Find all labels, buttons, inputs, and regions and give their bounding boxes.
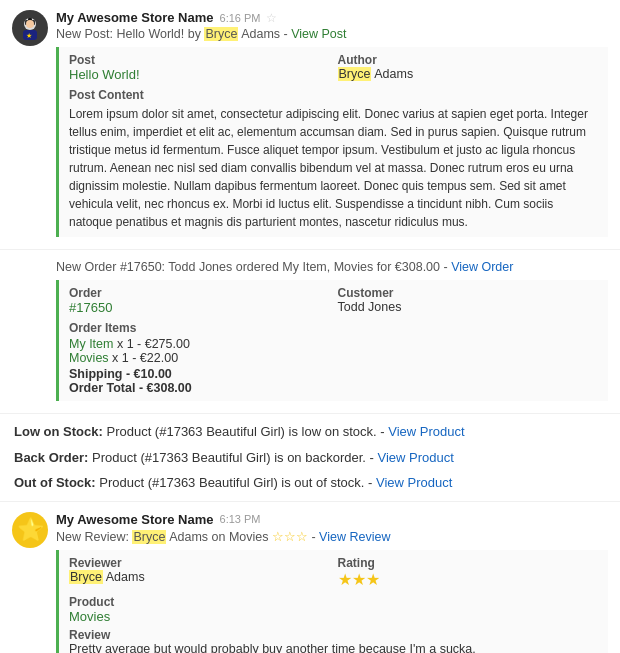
review-message-content: My Awesome Store Name 6:13 PM New Review… — [56, 512, 608, 654]
review-body: Pretty average but would probably buy an… — [69, 642, 598, 654]
author-label: Author — [338, 53, 599, 67]
order-items-section: Order Items My Item x 1 - €275.00 Movies… — [69, 321, 598, 395]
rating-col: Rating ★★★ — [338, 556, 599, 589]
post-message-header: My Awesome Store Name 6:16 PM ☆ — [56, 10, 608, 25]
view-order-link[interactable]: View Order — [451, 260, 513, 274]
post-summary-prefix: New Post: Hello World! by — [56, 27, 204, 41]
back-order-text: Product (#17363 Beautiful Girl) is on ba… — [88, 450, 377, 465]
post-title-link[interactable]: Hello World! — [69, 67, 140, 82]
order-number-link[interactable]: #17650 — [69, 300, 112, 315]
rating-label: Rating — [338, 556, 599, 570]
svg-text:★: ★ — [26, 32, 32, 39]
post-label: Post — [69, 53, 330, 67]
post-summary: New Post: Hello World! by Bryce Adams - … — [56, 27, 608, 41]
order-summary-text: New Order #17650: Todd Jones ordered My … — [56, 260, 451, 274]
reviewer-col: Reviewer Bryce Adams — [69, 556, 330, 589]
review-store-name: My Awesome Store Name — [56, 512, 214, 527]
star-icon: ☆ — [266, 11, 277, 25]
review-card-grid: Reviewer Bryce Adams Rating ★★★ — [69, 556, 598, 589]
post-col-left: Post Hello World! — [69, 53, 330, 82]
item2-link[interactable]: Movies — [69, 351, 109, 365]
view-review-link[interactable]: View Review — [319, 530, 390, 544]
reviewer-value: Bryce Adams — [69, 570, 330, 584]
svg-point-3 — [26, 20, 34, 28]
post-body: Lorem ipsum dolor sit amet, consectetur … — [69, 105, 598, 231]
review-stars-summary: ☆☆☆ — [272, 530, 308, 544]
review-text-label: Review — [69, 628, 598, 642]
order-card: Order #17650 Customer Todd Jones Order I… — [56, 280, 608, 401]
author-value: Bryce Adams — [338, 67, 599, 81]
view-product-link-2[interactable]: View Product — [377, 450, 453, 465]
order-item-1: My Item x 1 - €275.00 — [69, 337, 598, 351]
view-product-link-3[interactable]: View Product — [376, 475, 452, 490]
alert-out-of-stock: Out of Stock: Product (#17363 Beautiful … — [14, 473, 606, 493]
out-of-stock-label: Out of Stock: — [14, 475, 96, 490]
customer-label: Customer — [338, 286, 599, 300]
review-stars: ★★★ — [338, 570, 599, 589]
order-col-left: Order #17650 — [69, 286, 330, 315]
post-summary-suffix: Adams - — [238, 27, 291, 41]
low-stock-text: Product (#17363 Beautiful Girl) is low o… — [103, 424, 388, 439]
review-time: 6:13 PM — [220, 513, 261, 525]
review-message-block: ⭐ My Awesome Store Name 6:13 PM New Revi… — [0, 502, 620, 654]
product-link[interactable]: Movies — [69, 609, 110, 624]
review-summary-suffix: Adams on Movies — [166, 530, 272, 544]
author-highlight: Bryce — [338, 67, 372, 81]
order-items-label: Order Items — [69, 321, 598, 335]
order-message-content: New Order #17650: Todd Jones ordered My … — [56, 260, 608, 405]
order-label: Order — [69, 286, 330, 300]
review-message-header: My Awesome Store Name 6:13 PM — [56, 512, 608, 527]
reviewer-suffix: Adams — [103, 570, 145, 584]
post-author-highlight: Bryce — [204, 27, 238, 41]
avatar: ★ — [12, 10, 48, 46]
order-card-grid: Order #17650 Customer Todd Jones — [69, 286, 598, 315]
post-message-block: ★ My Awesome Store Name 6:16 PM ☆ New Po… — [0, 0, 620, 250]
post-message-content: My Awesome Store Name 6:16 PM ☆ New Post… — [56, 10, 608, 241]
order-total: Order Total - €308.00 — [69, 381, 598, 395]
review-card: Reviewer Bryce Adams Rating ★★★ Product … — [56, 550, 608, 654]
customer-name: Todd Jones — [338, 300, 599, 314]
view-post-link[interactable]: View Post — [291, 27, 346, 41]
review-avatar: ⭐ — [12, 512, 48, 548]
store-name: My Awesome Store Name — [56, 10, 214, 25]
post-card: Post Hello World! Author Bryce Adams Pos… — [56, 47, 608, 237]
post-time: 6:16 PM — [220, 12, 261, 24]
item1-link[interactable]: My Item — [69, 337, 113, 351]
reviewer-highlight-summary: Bryce — [132, 530, 166, 544]
view-product-link-1[interactable]: View Product — [388, 424, 464, 439]
out-of-stock-text: Product (#17363 Beautiful Girl) is out o… — [96, 475, 376, 490]
post-card-grid: Post Hello World! Author Bryce Adams — [69, 53, 598, 82]
order-col-right: Customer Todd Jones — [338, 286, 599, 315]
review-summary: New Review: Bryce Adams on Movies ☆☆☆ - … — [56, 529, 608, 544]
reviewer-label: Reviewer — [69, 556, 330, 570]
order-item-2: Movies x 1 - €22.00 — [69, 351, 598, 365]
alert-back-order: Back Order: Product (#17363 Beautiful Gi… — [14, 448, 606, 468]
post-col-right: Author Bryce Adams — [338, 53, 599, 82]
product-label: Product — [69, 595, 598, 609]
order-summary: New Order #17650: Todd Jones ordered My … — [56, 260, 608, 274]
post-content-label: Post Content — [69, 88, 598, 102]
order-message-block: New Order #17650: Todd Jones ordered My … — [0, 250, 620, 414]
back-order-label: Back Order: — [14, 450, 88, 465]
review-summary-prefix: New Review: — [56, 530, 132, 544]
order-shipping: Shipping - €10.00 — [69, 367, 598, 381]
author-suffix: Adams — [371, 67, 413, 81]
product-link-value: Movies — [69, 609, 598, 624]
reviewer-highlight2: Bryce — [69, 570, 103, 584]
alerts-section: Low on Stock: Product (#17363 Beautiful … — [0, 414, 620, 502]
low-stock-label: Low on Stock: — [14, 424, 103, 439]
alert-low-stock: Low on Stock: Product (#17363 Beautiful … — [14, 422, 606, 442]
